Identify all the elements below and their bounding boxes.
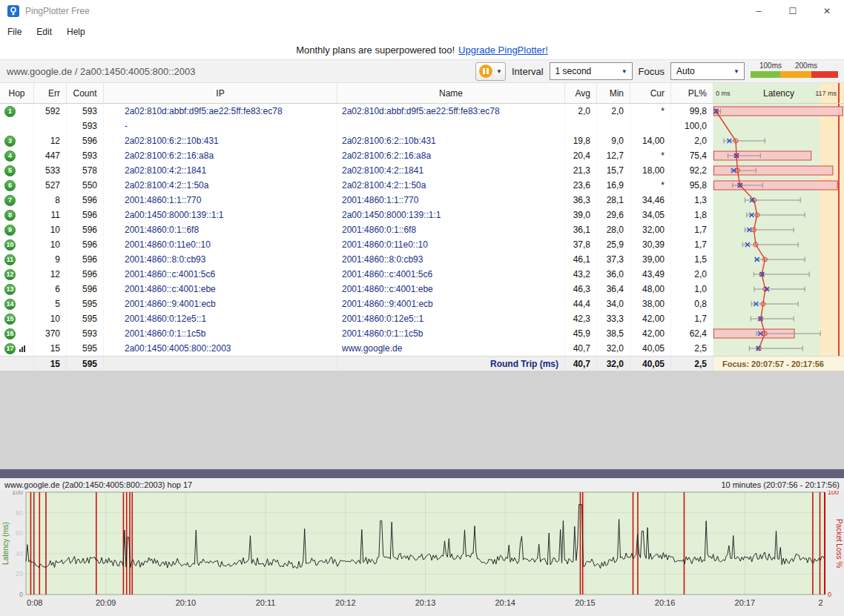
latency-scale-min: 0 ms [716,90,731,97]
hop-row[interactable]: 15925932a02:810d:abbf:d9f5:ae22:5ff:fe83… [0,104,844,119]
avg-value: 43,2 [565,267,597,282]
count-value: 595 [67,297,104,311]
count-value: 595 [67,341,104,356]
close-button[interactable]: ✕ [810,0,844,22]
header-name[interactable]: Name [337,83,565,103]
pause-dropdown-caret-icon[interactable]: ▼ [496,68,502,75]
name-value: 2001:4860:0:11e0::10 [337,237,565,252]
header-ip[interactable]: IP [104,83,337,103]
hop-number-badge: 3 [4,136,16,147]
latency-graph-cell [713,326,844,341]
hop-row[interactable]: 3125962a02:8100:6:2::10b:4312a02:8100:6:… [0,133,844,148]
cur-value: 34,05 [630,208,671,222]
pl-value: 100,0 [671,119,713,133]
ip-value: 2001:4860::c:4001:5c6 [104,267,337,282]
hop-row[interactable]: 17155952a00:1450:4005:800::2003www.googl… [0,341,844,356]
count-value: 596 [67,208,104,222]
name-value: 2001:4860::c:4001:ebe [337,282,565,297]
hop-row[interactable]: 163705932001:4860:0:1::1c5b2001:4860:0:1… [0,326,844,341]
pane-splitter[interactable] [0,469,844,478]
hop-row[interactable]: 12125962001:4860::c:4001:5c62001:4860::c… [0,267,844,282]
hop-cell: 1 [0,104,34,119]
hop-number-badge: 10 [4,239,16,251]
hop-number-badge: 5 [4,165,16,176]
ip-value: 2001:4860:1:1::770 [104,193,337,208]
hop-row[interactable]: 8115962a00:1450:8000:139::1:12a00:1450:8… [0,208,844,222]
ip-value: 2a02:8100:6:2::16:a8a [104,148,337,163]
rt-min: 32,0 [597,357,630,371]
menu-help[interactable]: Help [59,24,93,40]
ip-value: 2a02:8100:4:2::1:50a [104,178,337,193]
pl-value: 95,8 [671,178,713,193]
hop-cell: 7 [0,193,34,208]
rt-ip-cell [104,357,337,371]
header-min[interactable]: Min [597,83,630,103]
hop-number-badge: 14 [4,299,16,310]
header-hop[interactable]: Hop [0,83,34,103]
cur-value: 32,00 [630,222,671,237]
hop-number-badge: 13 [4,284,16,295]
header-pl[interactable]: PL% [671,83,713,103]
hop-row[interactable]: 593-100,0 [0,119,844,133]
ip-value: 2001:4860::8:0:cb93 [104,252,337,267]
title-bar[interactable]: PingPlotter Free – ☐ ✕ [0,0,844,22]
hop-row[interactable]: 9105962001:4860:0:1::6f82001:4860:0:1::6… [0,222,844,237]
err-value: 592 [34,104,67,119]
hop-number-badge: 11 [4,254,16,265]
hop-row[interactable]: 65275502a02:8100:4:2::1:50a2a02:8100:4:2… [0,178,844,193]
time-axis-label: 20:14 [495,598,515,607]
hop-row[interactable]: 55335782a02:8100:4:2::18412a02:8100:4:2:… [0,163,844,178]
minimize-button[interactable]: – [742,0,776,22]
min-value: 32,0 [597,341,630,356]
err-value: 5 [34,297,67,311]
err-value: 370 [34,326,67,341]
err-value: 10 [34,222,67,237]
timeline-chart-svg: 10080604020010000:0820:0920:1020:1120:12… [0,491,844,616]
avg-value: 46,1 [565,252,597,267]
menu-file[interactable]: File [0,24,29,40]
hop-row[interactable]: 10105962001:4860:0:11e0::102001:4860:0:1… [0,237,844,252]
min-value: 36,0 [597,267,630,282]
latency-color-legend: 100ms 200ms [751,62,840,81]
avg-value: 44,4 [565,297,597,311]
hop-row[interactable]: 44475932a02:8100:6:2::16:a8a2a02:8100:6:… [0,148,844,163]
timeline-chart[interactable]: 10080604020010000:0820:0920:1020:1120:12… [0,491,844,616]
header-avg[interactable]: Avg [565,83,597,103]
menu-edit[interactable]: Edit [29,24,59,40]
latency-graph-cell [713,237,844,252]
header-count[interactable]: Count [67,83,104,103]
focus-label: Focus [639,66,665,77]
min-value: 37,3 [597,252,630,267]
latency-graph-cell [713,282,844,297]
cur-value: 14,00 [630,133,671,148]
ip-value: 2a02:8100:4:2::1841 [104,163,337,178]
ip-value: 2a02:810d:abbf:d9f5:ae22:5ff:fe83:ec78 [104,104,337,119]
upgrade-link[interactable]: Upgrade PingPlotter! [458,44,548,56]
ip-value: 2a00:1450:4005:800::2003 [104,341,337,356]
latency-graph-cell [713,297,844,311]
hop-row[interactable]: 1455952001:4860::9:4001:ecb2001:4860::9:… [0,297,844,311]
ip-value: 2001:4860:0:11e0::10 [104,237,337,252]
cur-value: 34,46 [630,193,671,208]
hop-row[interactable]: 15105952001:4860:0:12e5::12001:4860:0:12… [0,311,844,326]
hop-number-badge: 17 [4,343,16,354]
hop-row[interactable]: 1365962001:4860::c:4001:ebe2001:4860::c:… [0,282,844,297]
focus-select[interactable]: Auto ▼ [670,62,745,80]
hop-row[interactable]: 1195962001:4860::8:0:cb932001:4860::8:0:… [0,252,844,267]
name-value: 2a02:8100:6:2::10b:431 [337,133,565,148]
min-value: 12,7 [597,148,630,163]
header-cur[interactable]: Cur [630,83,671,103]
avg-value: 40,7 [565,341,597,356]
header-err[interactable]: Err [34,83,67,103]
maximize-button[interactable]: ☐ [776,0,810,22]
interval-select[interactable]: 1 second ▼ [550,62,633,80]
hop-row[interactable]: 785962001:4860:1:1::7702001:4860:1:1::77… [0,193,844,208]
ip-value: 2001:4860:0:1::6f8 [104,222,337,237]
latency-graph-cell [713,193,844,208]
hop-table-body: 15925932a02:810d:abbf:d9f5:ae22:5ff:fe83… [0,104,844,356]
latency-scale-max: 117 ms [815,90,837,97]
left-axis-tick: 40 [16,550,23,557]
pause-button[interactable]: ▼ [475,62,506,81]
ip-value: 2001:4860::9:4001:ecb [104,297,337,311]
left-axis-tick: 60 [16,529,23,537]
